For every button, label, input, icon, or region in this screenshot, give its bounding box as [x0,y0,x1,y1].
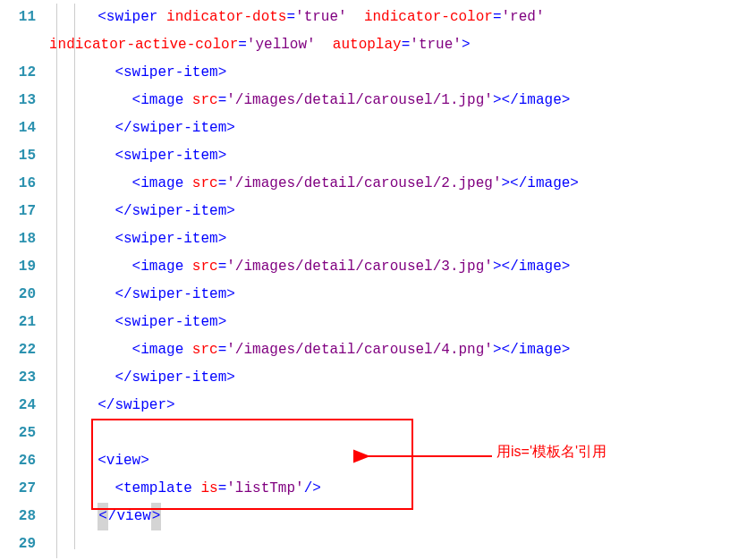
line-num: 21 [0,309,36,336]
code-line-13[interactable]: <image src='/images/detail/carousel/1.jp… [49,87,755,115]
line-num: 13 [0,87,36,115]
code-line-11-wrap[interactable]: indicator-active-color='yellow' autoplay… [49,31,755,59]
code-line-14[interactable]: </swiper-item> [49,115,755,142]
code-editor[interactable]: 11 12 13 14 15 16 17 18 19 20 21 22 23 2… [0,0,755,560]
line-num: 12 [0,59,36,87]
code-line-20[interactable]: </swiper-item> [49,281,755,309]
line-num: 15 [0,142,36,170]
code-line-21[interactable]: <swiper-item> [49,309,755,336]
code-line-25[interactable] [49,420,755,447]
annotation-text: 用is='模板名'引用 [496,443,607,462]
line-num: 18 [0,225,36,253]
code-line-29[interactable] [49,530,755,558]
code-line-28[interactable]: </view> [49,503,755,530]
line-num: 26 [0,447,36,475]
line-num: 20 [0,281,36,309]
code-line-24[interactable]: </swiper> [49,392,755,420]
line-num: 27 [0,475,36,503]
line-num: 28 [0,503,36,530]
line-num: 29 [0,530,36,558]
line-gutter: 11 12 13 14 15 16 17 18 19 20 21 22 23 2… [0,0,49,560]
code-line-12[interactable]: <swiper-item> [49,59,755,87]
code-line-26[interactable]: <view> [49,447,755,475]
code-line-15[interactable]: <swiper-item> [49,142,755,170]
line-num: 23 [0,364,36,392]
code-line-23[interactable]: </swiper-item> [49,364,755,392]
line-num: 22 [0,336,36,364]
line-num: 19 [0,253,36,281]
line-num: 11 [0,4,36,31]
code-line-22[interactable]: <image src='/images/detail/carousel/4.pn… [49,336,755,364]
code-line-11[interactable]: <swiper indicator-dots='true' indicator-… [49,4,755,31]
line-num: 14 [0,115,36,142]
code-line-27[interactable]: <template is='listTmp'/> [49,475,755,503]
line-num: 25 [0,420,36,447]
line-num: 16 [0,170,36,198]
line-num: 17 [0,198,36,225]
code-line-19[interactable]: <image src='/images/detail/carousel/3.jp… [49,253,755,281]
code-content[interactable]: <swiper indicator-dots='true' indicator-… [49,0,755,560]
code-line-16[interactable]: <image src='/images/detail/carousel/2.jp… [49,170,755,198]
code-line-17[interactable]: </swiper-item> [49,198,755,225]
code-line-18[interactable]: <swiper-item> [49,225,755,253]
line-num: 24 [0,392,36,420]
